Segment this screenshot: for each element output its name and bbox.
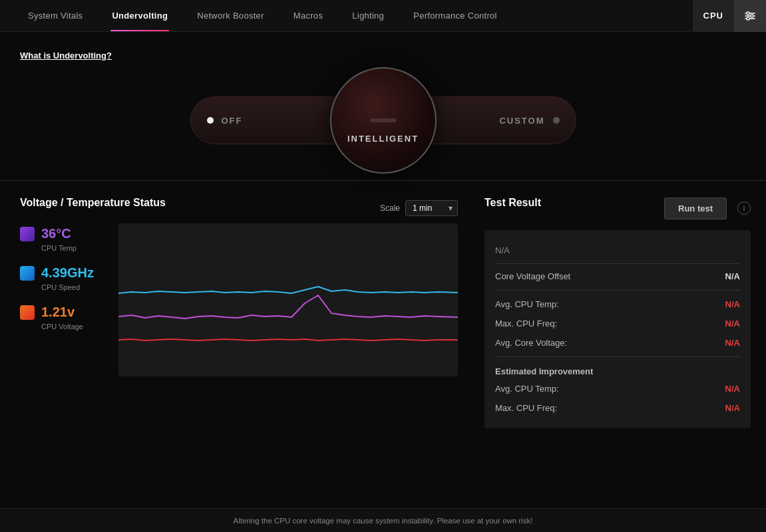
stat-voltage-label: CPU Voltage bbox=[41, 323, 106, 331]
estimated-improvement-label: Estimated Improvement bbox=[495, 361, 740, 379]
temp-icon bbox=[20, 227, 35, 241]
voltage-temp-header: Voltage / Temperature Status Scale 30 se… bbox=[20, 197, 458, 219]
svg-rect-6 bbox=[118, 223, 458, 376]
voltage-icon bbox=[20, 305, 35, 320]
core-voltage-offset-value: N/A bbox=[725, 271, 740, 281]
stat-speed-row: 4.39GHz bbox=[20, 265, 106, 281]
result-box: N/A Core Voltage Offset N/A Avg. CPU Tem… bbox=[484, 230, 751, 428]
tab-lighting[interactable]: Lighting bbox=[337, 0, 399, 31]
est-max-cpu-freq-row: Max. CPU Freq: N/A bbox=[495, 398, 740, 418]
svg-point-4 bbox=[751, 15, 753, 17]
right-panel: Test Result Run test i N/A Core Voltage … bbox=[471, 197, 751, 428]
right-top: Test Result Run test i bbox=[484, 197, 751, 219]
avg-cpu-temp-row: Avg. CPU Temp: N/A bbox=[495, 295, 740, 314]
stats-sidebar: 36°C CPU Temp 4.39GHz CPU Speed 1.21v bbox=[20, 223, 106, 376]
svg-point-5 bbox=[747, 17, 749, 20]
stat-voltage-row: 1.21v bbox=[20, 305, 106, 320]
chart-container bbox=[118, 223, 458, 376]
stat-temp: 36°C CPU Temp bbox=[20, 226, 106, 252]
status-text: Altering the CPU core voltage may cause … bbox=[234, 517, 533, 525]
info-icon[interactable]: i bbox=[737, 201, 751, 215]
nav-right: CPU bbox=[693, 0, 766, 32]
est-avg-cpu-temp-label: Avg. CPU Temp: bbox=[495, 384, 559, 394]
chart-svg bbox=[118, 223, 458, 376]
toggle-container: OFF CUSTOM INTELLIGENT bbox=[190, 87, 576, 154]
undervolting-link[interactable]: What is Undervolting? bbox=[20, 51, 112, 61]
tab-network-booster[interactable]: Network Booster bbox=[182, 0, 279, 31]
voltage-temp-title: Voltage / Temperature Status bbox=[20, 197, 166, 209]
max-cpu-freq-row: Max. CPU Freq: N/A bbox=[495, 314, 740, 333]
stat-temp-row: 36°C bbox=[20, 226, 106, 241]
avg-core-voltage-label: Avg. Core Voltage: bbox=[495, 338, 567, 348]
tab-performance-control[interactable]: Performance Control bbox=[399, 0, 512, 31]
result-na-text: N/A bbox=[495, 245, 510, 255]
stat-voltage: 1.21v CPU Voltage bbox=[20, 305, 106, 331]
scale-select-wrapper[interactable]: 30 sec 1 min 5 min 15 min bbox=[405, 200, 458, 216]
bottom-section: Voltage / Temperature Status Scale 30 se… bbox=[0, 181, 766, 428]
settings-icon bbox=[743, 9, 757, 23]
avg-cpu-temp-label: Avg. CPU Temp: bbox=[495, 299, 559, 309]
scale-label: Scale bbox=[380, 203, 400, 213]
settings-button[interactable] bbox=[734, 0, 766, 32]
toggle-intelligent[interactable] bbox=[330, 67, 437, 174]
avg-core-voltage-value: N/A bbox=[725, 338, 740, 348]
intelligent-label: INTELLIGENT bbox=[317, 134, 450, 144]
off-dot bbox=[207, 117, 214, 124]
top-navigation: System Vitals Undervolting Network Boost… bbox=[0, 0, 766, 32]
core-voltage-offset-row: Core Voltage Offset N/A bbox=[495, 267, 740, 286]
stat-speed-label: CPU Speed bbox=[41, 283, 106, 291]
core-voltage-offset-label: Core Voltage Offset bbox=[495, 271, 570, 281]
stat-temp-label: CPU Temp bbox=[41, 244, 106, 252]
stat-speed: 4.39GHz CPU Speed bbox=[20, 265, 106, 291]
result-divider-1 bbox=[495, 290, 740, 291]
result-divider-2 bbox=[495, 356, 740, 357]
toggle-custom[interactable]: CUSTOM bbox=[449, 116, 576, 126]
est-max-cpu-freq-value: N/A bbox=[725, 403, 740, 413]
max-cpu-freq-label: Max. CPU Freq: bbox=[495, 319, 557, 329]
scale-select[interactable]: 30 sec 1 min 5 min 15 min bbox=[405, 200, 458, 216]
est-avg-cpu-temp-value: N/A bbox=[725, 384, 740, 394]
est-max-cpu-freq-label: Max. CPU Freq: bbox=[495, 403, 557, 413]
scale-control: Scale 30 sec 1 min 5 min 15 min bbox=[380, 200, 458, 216]
left-panel: Voltage / Temperature Status Scale 30 se… bbox=[20, 197, 471, 428]
avg-core-voltage-row: Avg. Core Voltage: N/A bbox=[495, 333, 740, 352]
main-content: What is Undervolting? OFF CUSTOM bbox=[0, 32, 766, 154]
svg-point-3 bbox=[747, 12, 749, 15]
tab-macros[interactable]: Macros bbox=[279, 0, 337, 31]
speed-icon bbox=[20, 266, 35, 281]
stat-voltage-value: 1.21v bbox=[41, 305, 75, 320]
run-test-button[interactable]: Run test bbox=[664, 198, 727, 219]
run-test-controls: Run test i bbox=[664, 198, 751, 219]
avg-cpu-temp-value: N/A bbox=[725, 299, 740, 309]
result-header-row: N/A bbox=[495, 241, 740, 264]
tab-system-vitals[interactable]: System Vitals bbox=[13, 0, 97, 31]
custom-dot bbox=[553, 117, 560, 124]
status-bar: Altering the CPU core voltage may cause … bbox=[0, 508, 766, 532]
circle-handle bbox=[370, 118, 397, 122]
cpu-badge: CPU bbox=[693, 0, 734, 32]
stat-temp-value: 36°C bbox=[41, 226, 71, 241]
toggle-off[interactable]: OFF bbox=[191, 116, 317, 126]
est-avg-cpu-temp-row: Avg. CPU Temp: N/A bbox=[495, 379, 740, 398]
chart-stats-row: 36°C CPU Temp 4.39GHz CPU Speed 1.21v bbox=[20, 223, 458, 376]
nav-tabs: System Vitals Undervolting Network Boost… bbox=[13, 0, 693, 31]
max-cpu-freq-value: N/A bbox=[725, 319, 740, 329]
stat-speed-value: 4.39GHz bbox=[41, 265, 94, 281]
toggle-section: OFF CUSTOM INTELLIGENT bbox=[20, 87, 746, 154]
tab-undervolting[interactable]: Undervolting bbox=[97, 0, 182, 31]
test-result-title: Test Result bbox=[484, 197, 541, 209]
